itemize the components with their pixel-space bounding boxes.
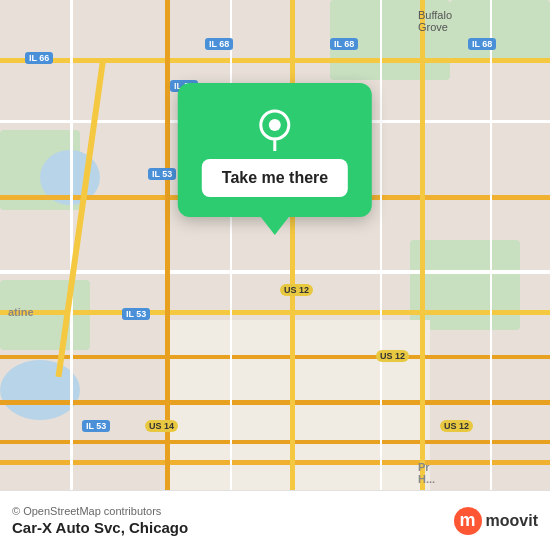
park-zone — [410, 240, 520, 330]
route-il68-3: IL 68 — [468, 38, 496, 50]
map: atine PrH... BuffaloGrove IL 66 IL 68 IL… — [0, 0, 550, 490]
water-zone — [0, 360, 80, 420]
popup-bubble: Take me there — [178, 83, 372, 217]
location-name-text: Car-X Auto Svc — [12, 519, 121, 536]
moovit-text: moovit — [486, 512, 538, 530]
city-label: atine — [5, 305, 37, 319]
route-us12-2: US 12 — [376, 350, 409, 362]
location-city-text: Chicago — [129, 519, 188, 536]
road — [490, 0, 492, 490]
road — [230, 0, 232, 490]
road — [165, 0, 170, 490]
road — [0, 355, 550, 359]
moovit-logo: m moovit — [454, 507, 538, 535]
bottom-bar: © OpenStreetMap contributors Car-X Auto … — [0, 490, 550, 550]
moovit-icon: m — [454, 507, 482, 535]
road — [0, 310, 550, 315]
road — [70, 0, 73, 490]
location-popup: Take me there — [178, 83, 372, 235]
popup-tail — [261, 217, 289, 235]
city-label: PrH... — [415, 460, 438, 486]
route-us12-3: US 12 — [440, 420, 473, 432]
svg-point-1 — [269, 119, 281, 131]
park-zone — [450, 0, 550, 60]
copyright-text: © OpenStreetMap contributors — [12, 505, 446, 517]
route-il53-2: IL 53 — [148, 168, 176, 180]
route-il53-3: IL 53 — [122, 308, 150, 320]
route-il68-1: IL 68 — [205, 38, 233, 50]
road — [0, 270, 550, 274]
road — [0, 58, 550, 63]
road — [420, 0, 425, 490]
city-label-buffalo-grove: BuffaloGrove — [415, 8, 455, 34]
route-il66: IL 66 — [25, 52, 53, 64]
take-me-there-button[interactable]: Take me there — [202, 159, 348, 197]
road — [0, 440, 550, 444]
location-pin-icon — [251, 103, 299, 151]
route-il53-4: IL 53 — [82, 420, 110, 432]
road — [290, 0, 295, 490]
road — [0, 400, 550, 405]
road — [380, 0, 382, 490]
route-us14: US 14 — [145, 420, 178, 432]
road — [0, 460, 550, 465]
location-name: Car-X Auto Svc, Chicago — [12, 519, 446, 536]
route-il68-2: IL 68 — [330, 38, 358, 50]
route-us12-1: US 12 — [280, 284, 313, 296]
